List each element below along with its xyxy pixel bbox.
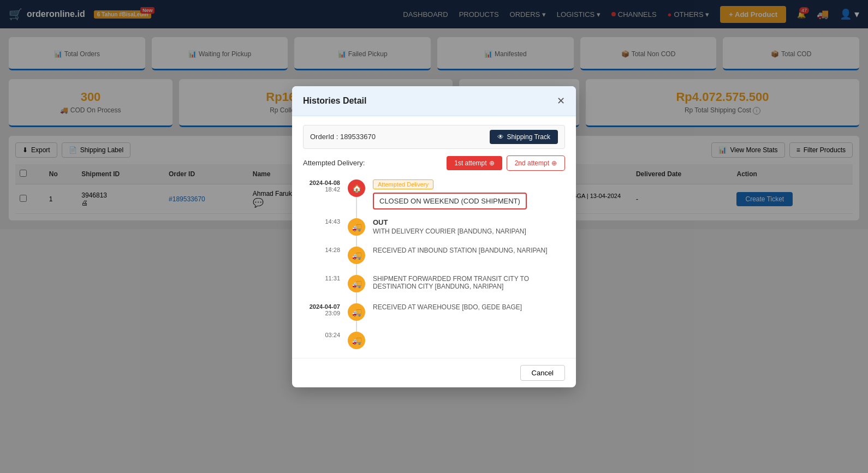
- modal-body: OrderId : 189533670 👁 Shipping Track Att…: [292, 116, 576, 358]
- timeline-content-4: RECEIVED AT WAREHOUSE [BDO, GEDE BAGE]: [366, 303, 565, 332]
- timeline-dot-1: 🚚: [348, 218, 365, 236]
- shipping-track-button[interactable]: 👁 Shipping Track: [490, 130, 558, 144]
- timeline-dot-4: 🚚: [348, 303, 365, 321]
- cancel-button[interactable]: Cancel: [520, 365, 565, 381]
- closed-on-weekend-box: CLOSED ON WEEKEND (COD SHIPMENT): [373, 193, 527, 209]
- attempt1-icon: ⊕: [489, 159, 495, 167]
- attempted-delivery-label: Attempted Delivery:: [303, 159, 442, 167]
- modal-overlay: Histories Detail ✕ OrderId : 189533670 👁…: [0, 0, 868, 473]
- attempted-badge: Attempted Delivery: [373, 179, 433, 189]
- timeline-date-0: 2024-04-08: [303, 179, 340, 186]
- first-attempt-button[interactable]: 1st attempt ⊕: [447, 156, 502, 170]
- timeline-event-title-1: OUT: [373, 218, 565, 226]
- timeline-event-4: RECEIVED AT WAREHOUSE [BDO, GEDE BAGE]: [373, 303, 565, 311]
- timeline-time-5: 03:24: [303, 332, 340, 338]
- timeline-time-3: 11:31: [303, 275, 340, 282]
- timeline-dot-3: 🚚: [348, 275, 365, 292]
- timeline-dot-0: 🏠: [348, 179, 365, 197]
- order-info-row: OrderId : 189533670 👁 Shipping Track: [303, 125, 565, 149]
- timeline-time-4: 23:09: [303, 310, 340, 316]
- eye-icon: 👁: [497, 133, 504, 141]
- modal-header: Histories Detail ✕: [292, 86, 576, 116]
- timeline-item-5: 03:24 🚚: [303, 332, 565, 349]
- timeline-time-1: 14:43: [303, 218, 340, 225]
- timeline-date-4: 2024-04-07: [303, 303, 340, 310]
- histories-detail-modal: Histories Detail ✕ OrderId : 189533670 👁…: [292, 86, 576, 387]
- timeline-time-2: 14:28: [303, 247, 340, 253]
- timeline-line-3: [356, 292, 357, 303]
- attempt2-icon: ⊕: [551, 159, 557, 167]
- timeline-dot-5: 🚚: [348, 332, 365, 349]
- timeline-content-1: OUT WITH DELIVERY COURIER [BANDUNG, NARI…: [366, 218, 565, 247]
- timeline-line-0: [356, 197, 357, 218]
- timeline-dot-2: 🚚: [348, 247, 365, 264]
- timeline-line-1: [356, 236, 357, 247]
- timeline-event-2: RECEIVED AT INBOUND STATION [BANDUNG, NA…: [373, 247, 565, 254]
- timeline-line-4: [356, 321, 357, 332]
- timeline-event-3: SHIPMENT FORWARDED FROM TRANSIT CITY TO …: [373, 275, 565, 290]
- attempt-row: Attempted Delivery: 1st attempt ⊕ 2nd at…: [303, 155, 565, 171]
- timeline-item-3: 11:31 🚚 SHIPMENT FORWARDED FROM TRANSIT …: [303, 275, 565, 303]
- modal-title: Histories Detail: [303, 96, 366, 106]
- timeline-content-0: Attempted Delivery CLOSED ON WEEKEND (CO…: [366, 179, 565, 218]
- timeline-content-2: RECEIVED AT INBOUND STATION [BANDUNG, NA…: [366, 247, 565, 275]
- timeline: 2024-04-08 18:42 🏠 Attempted Delivery CL…: [303, 179, 565, 349]
- modal-close-button[interactable]: ✕: [557, 95, 565, 107]
- second-attempt-button[interactable]: 2nd attempt ⊕: [507, 155, 565, 171]
- timeline-content-3: SHIPMENT FORWARDED FROM TRANSIT CITY TO …: [366, 275, 565, 303]
- timeline-item-0: 2024-04-08 18:42 🏠 Attempted Delivery CL…: [303, 179, 565, 218]
- timeline-event-sub-1: WITH DELIVERY COURIER [BANDUNG, NARIPAN]: [373, 227, 565, 235]
- order-id-display: OrderId : 189533670: [310, 133, 485, 141]
- timeline-time-0: 18:42: [303, 186, 340, 193]
- timeline-item-2: 14:28 🚚 RECEIVED AT INBOUND STATION [BAN…: [303, 247, 565, 275]
- timeline-item-4: 2024-04-07 23:09 🚚 RECEIVED AT WAREHOUSE…: [303, 303, 565, 332]
- timeline-content-5: [366, 332, 565, 349]
- modal-footer: Cancel: [292, 358, 576, 387]
- timeline-line-2: [356, 264, 357, 275]
- timeline-item-1: 14:43 🚚 OUT WITH DELIVERY COURIER [BANDU…: [303, 218, 565, 247]
